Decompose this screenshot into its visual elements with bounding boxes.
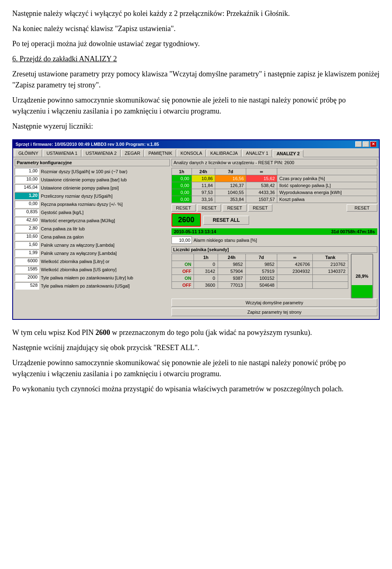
burner-col-state: [172, 254, 194, 261]
paragraph-urz1: Urządzenie powinno samoczynnie skomuniko…: [12, 95, 380, 117]
param-row-10: 1,99Palnik uznany za wyłączony [Lambda]: [15, 250, 170, 257]
load-defaults-button[interactable]: Wczytaj domyślne parametry: [172, 299, 377, 307]
param-row-7: 2,80Cena paliwa za litr lub: [15, 225, 170, 232]
tank-fill: [352, 285, 372, 298]
analysis-row-2: 0,0097,531040,554433,36Wyprodukowana ene…: [172, 189, 377, 196]
tab-analizy2[interactable]: ANALIZY 2: [273, 150, 303, 157]
right-panel-title: Analizy danych z liczników w urządzeniu …: [172, 159, 377, 166]
burner-row-0: ON098529852426706210762: [172, 261, 348, 268]
param-row-9: 1,60Palnik uznany za włączony [Lambda]: [15, 241, 170, 249]
burner-col-1h: 1h: [194, 254, 218, 261]
analysis-row-label-1: Ilość spalonego paliwa [L]: [277, 182, 377, 189]
param-label-1: Ustawione ciśnienie pompy paliwa [bar] l…: [41, 177, 127, 183]
datetime-bar: 2010-05-11 13:13:14 31d 00758h:47m:18s: [172, 228, 377, 235]
burner-col-7d: 7d: [245, 254, 277, 261]
param-label-6: Wartość energetyczna paliwa [MJ/kg]: [41, 218, 115, 223]
tab-zegar[interactable]: ZEGAR: [121, 150, 144, 157]
close-button[interactable]: ✕: [370, 141, 376, 147]
burner-cell-3-3: [277, 282, 313, 289]
burner-table: 1h 24h 7d ∞ Tank ON098529852426706210762…: [172, 254, 348, 289]
analysis-cell-1-3: 538,42: [246, 182, 277, 189]
param-value-10: 1,99: [15, 250, 39, 257]
param-label-12: Wielkość zbiornika paliwa [US galony]: [41, 267, 116, 272]
analysis-cell-0-1: 10,86: [192, 175, 215, 182]
alarm-input[interactable]: [172, 237, 192, 244]
reset-btn-1h[interactable]: RESET: [172, 204, 196, 212]
app-window: Sprzęt i firmware: 10/05/2010 00:49 LMBD…: [12, 139, 380, 320]
tank-percent-label: 28,9%: [356, 274, 368, 279]
param-label-0: Rozmiar dyszy [USgal/h] w 100 psi (~7 ba…: [41, 169, 127, 174]
burner-cell-1-3: 2304932: [277, 268, 313, 275]
param-label-9: Palnik uznany za włączony [Lambda]: [41, 242, 114, 248]
tab-glowny[interactable]: GŁÓWNY: [15, 150, 42, 157]
app-title: Sprzęt i firmware: 10/05/2010 00:49 LMBD…: [16, 142, 159, 147]
analysis-cell-2-2: 1040,55: [215, 189, 246, 196]
burner-cell-0-3: 426706: [277, 261, 313, 268]
minimize-button[interactable]: _: [355, 141, 362, 147]
burner-cell-3-4: [313, 282, 348, 289]
burner-cell-0-4: 210762: [313, 261, 348, 268]
tank-outer: 28,9%: [351, 254, 373, 299]
tab-pamietnik[interactable]: PAMIĘTNIK: [145, 150, 176, 157]
burner-row-3: OFF360077013504648: [172, 282, 348, 289]
maximize-button[interactable]: □: [363, 141, 369, 147]
reset-all-button[interactable]: RESET ALL: [203, 216, 249, 225]
burner-cell-1-4: 1340372: [313, 268, 348, 275]
paragraph-nastepnie: Następnie wyzeruj liczniki:: [12, 121, 380, 132]
reset-btn-24h[interactable]: RESET: [197, 204, 221, 212]
param-value-12: 1585: [15, 266, 39, 273]
reset-btn-right[interactable]: RESET: [347, 204, 377, 212]
pin-reset-row: 2600 RESET ALL: [172, 213, 377, 227]
reset-btn-7d[interactable]: RESET: [223, 204, 247, 212]
pin-input[interactable]: 2600: [172, 213, 201, 227]
analysis-row-0: 0,0010,8616,5615,62Czas pracy palnika [%…: [172, 175, 377, 182]
paragraph-1: Następnie należy włączyć i wyłączyć po k…: [12, 8, 380, 19]
tab-ustawienia1[interactable]: USTAWIENIA 1: [43, 150, 81, 157]
param-row-8: 10,60Cena paliwa za galon: [15, 233, 170, 241]
param-row-11: 6000Wielkość zbiornika paliwa [Litry] or: [15, 258, 170, 265]
analysis-row-label-3: Koszt paliwa: [277, 196, 377, 203]
tab-konsola[interactable]: KONSOLA: [177, 150, 206, 157]
burner-row-1: OFF3142579045791923049321340372: [172, 268, 348, 275]
analysis-cell-0-3: 15,62: [246, 175, 277, 182]
param-rows: 1,00Rozmiar dyszy [USgal/h] w 100 psi (~…: [15, 168, 170, 290]
reset-btn-inf[interactable]: RESET: [248, 204, 272, 212]
param-row-4: 0,00Ręczna poprawka rozmiaru dyszy [+/- …: [15, 201, 170, 208]
analysis-row-label-2: Wyprodukowana energia [kWh]: [277, 189, 377, 196]
param-label-7: Cena paliwa za litr lub: [41, 226, 85, 232]
burner-cell-2-4: [313, 275, 348, 282]
save-page-button[interactable]: Zapisz parametry tej strony: [172, 308, 377, 316]
param-label-5: Gęstość paliwa [kg/L]: [41, 210, 84, 215]
analysis-cell-1-1: 11,84: [192, 182, 215, 189]
param-value-14: 528: [15, 282, 39, 290]
param-label-11: Wielkość zbiornika paliwa [Litry] or: [41, 259, 109, 264]
reset-buttons-row: RESET RESET RESET RESET RESET: [172, 204, 377, 212]
col-inf: ∞: [246, 168, 277, 175]
tank-visual: 28,9%: [351, 254, 377, 299]
analysis-cell-1-0: 0,00: [172, 182, 192, 189]
tab-ustawienia2[interactable]: USTAWIENIA 2: [82, 150, 120, 157]
datetime-value: 2010-05-11 13:13:14: [174, 229, 216, 234]
param-label-13: Tyle paliwa miałem po zatankowaniu [Litr…: [41, 275, 133, 281]
burner-cell-0-1: 9852: [218, 261, 245, 268]
paragraph-3: Po tej operacji można już dowolnie ustaw…: [12, 38, 380, 49]
param-row-1: 10,00Ustawione ciśnienie pompy paliwa [b…: [15, 176, 170, 183]
left-panel-title: Parametry konfiguracyjne: [15, 159, 170, 166]
param-row-14: 528Tyle paliwa miałem po zatankowaniu [U…: [15, 282, 170, 290]
tab-analizy1[interactable]: ANALIZY 1: [242, 150, 272, 157]
param-value-8: 10,60: [15, 233, 39, 241]
burner-state-1: OFF: [172, 268, 194, 275]
paragraph-urz2: Urządzenie powinno samoczynnie skomuniko…: [12, 357, 380, 379]
title-bar: Sprzęt i firmware: 10/05/2010 00:49 LMBD…: [13, 140, 379, 148]
param-row-2: 145,04Ustawione ciśnienie pompy paliwa […: [15, 184, 170, 192]
burner-cell-0-0: 0: [194, 261, 218, 268]
analysis-row-3: 0,0033,16353,841507,57Koszt paliwa: [172, 196, 377, 203]
app-content: Parametry konfiguracyjne 1,00Rozmiar dys…: [13, 157, 379, 319]
analysis-row-1: 0,0011,84126,37538,42Ilość spalonego pal…: [172, 182, 377, 189]
param-label-2: Ustawione ciśnienie pompy paliwa [psi]: [41, 185, 119, 191]
burner-row-2: ON09387100152: [172, 275, 348, 282]
alarm-label: Alarm niskiego stanu paliwa [%]: [194, 238, 257, 243]
tab-kalibracja[interactable]: KALIBRACJA: [207, 150, 241, 157]
burner-section-title: Liczniki palnika [sekundy]: [172, 246, 377, 253]
section-6-body: Zresetuj ustawione parametry przy pomocy…: [12, 69, 380, 91]
